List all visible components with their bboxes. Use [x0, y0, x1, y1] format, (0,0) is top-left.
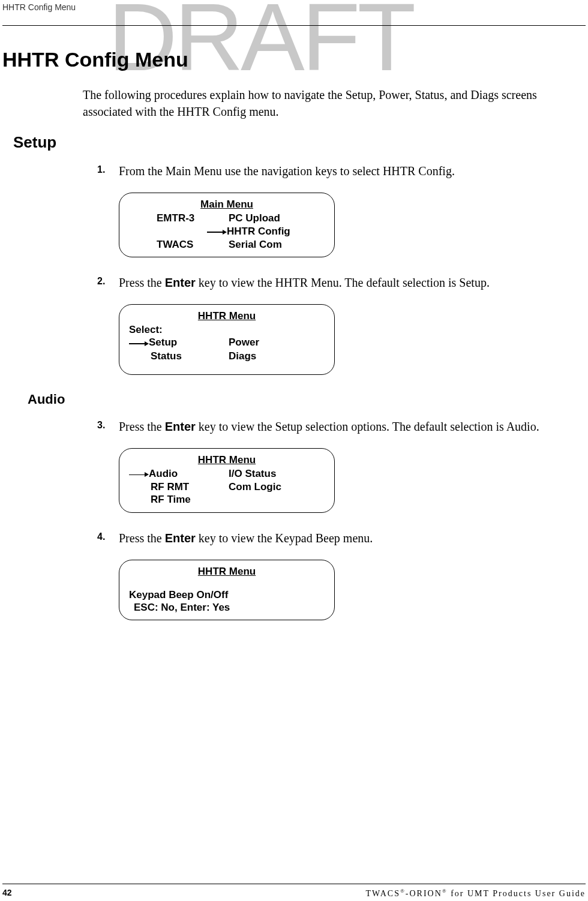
step-number: 3.	[97, 418, 119, 435]
lcd-item: Serial Com	[229, 238, 327, 251]
arrow-icon	[129, 468, 149, 480]
lcd-item: I/O Status	[229, 467, 327, 480]
lcd-setup-options: HHTR Menu Audio I/O Status RF RMT Com Lo…	[119, 448, 335, 513]
step-1: 1. From the Main Menu use the navigation…	[97, 163, 558, 179]
lcd-title: Main Menu	[127, 198, 327, 211]
arrow-icon	[129, 337, 149, 349]
lcd-title: HHTR Menu	[127, 453, 327, 466]
lcd-item: RF Time	[127, 493, 229, 506]
audio-heading: Audio	[28, 392, 558, 407]
intro-paragraph: The following procedures explain how to …	[83, 86, 558, 120]
lcd-item: EMTR-3	[127, 212, 229, 224]
lcd-selected-item: Audio	[149, 468, 178, 479]
lcd-title: HHTR Menu	[127, 310, 327, 322]
key-name: Enter	[165, 276, 196, 289]
page-footer: 42 TWACS®-ORION® for UMT Products User G…	[2, 884, 586, 899]
step-number: 1.	[97, 163, 119, 179]
lcd-item: Status	[127, 350, 229, 362]
step-3: 3. Press the Enter key to view the Setup…	[97, 418, 558, 435]
footer-rule	[2, 884, 586, 884]
lcd-keypad-beep: HHTR Menu Keypad Beep On/Off ESC: No, En…	[119, 560, 335, 621]
lcd-select-label: Select:	[127, 323, 327, 336]
setup-heading: Setup	[13, 133, 558, 152]
footer-title: TWACS®-ORION® for UMT Products User Guid…	[366, 888, 586, 899]
step-text: Press the Enter key to view the Setup se…	[119, 418, 539, 435]
lcd-line: ESC: No, Enter: Yes	[127, 601, 327, 614]
step-2: 2. Press the Enter key to view the HHTR …	[97, 274, 558, 291]
page-title: HHTR Config Menu	[2, 48, 558, 71]
step-number: 2.	[97, 274, 119, 291]
step-text: Press the Enter key to view the Keypad B…	[119, 530, 373, 546]
key-name: Enter	[165, 531, 196, 545]
arrow-icon	[207, 225, 227, 238]
lcd-item: Power	[229, 336, 327, 349]
lcd-item: Com Logic	[229, 480, 327, 493]
lcd-item: TWACS	[127, 238, 229, 251]
lcd-item: PC Upload	[229, 212, 327, 224]
lcd-item: RF RMT	[127, 480, 229, 493]
lcd-main-menu: Main Menu EMTR-3 PC Upload HHTR Config T…	[119, 193, 335, 257]
lcd-selected-item: HHTR Config	[227, 226, 290, 237]
key-name: Enter	[165, 420, 196, 433]
step-4: 4. Press the Enter key to view the Keypa…	[97, 530, 558, 546]
step-text: From the Main Menu use the navigation ke…	[119, 163, 455, 179]
lcd-title: HHTR Menu	[127, 565, 327, 578]
main-content: HHTR Config Menu The following procedure…	[0, 0, 588, 620]
step-number: 4.	[97, 530, 119, 546]
lcd-selected-item: Setup	[149, 337, 177, 348]
lcd-hhtr-menu: HHTR Menu Select: Setup Power Status Dia…	[119, 304, 335, 375]
page-number: 42	[2, 888, 12, 899]
lcd-line: Keypad Beep On/Off	[127, 588, 327, 601]
lcd-item: Diags	[229, 350, 327, 362]
step-text: Press the Enter key to view the HHTR Men…	[119, 274, 490, 291]
